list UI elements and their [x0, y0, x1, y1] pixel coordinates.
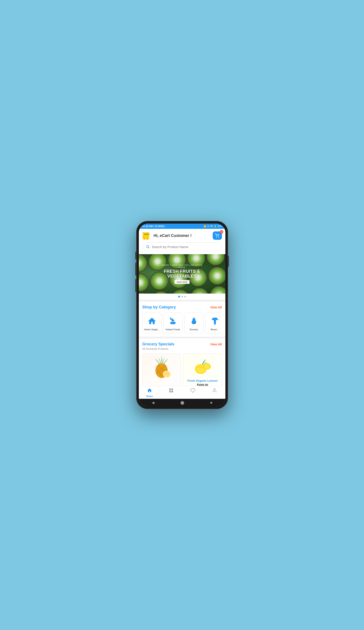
category-home-supplies[interactable]: Home Suppl... — [142, 312, 162, 333]
pineapple-image — [145, 356, 179, 378]
dot-1[interactable] — [178, 296, 180, 298]
category-beverages[interactable]: Bever... — [205, 312, 222, 333]
products-grid: Fresh Organic Lemon/ ₹499.00 − 1 + — [142, 354, 222, 386]
bottom-navigation: Home — [139, 386, 225, 399]
categories-nav-icon — [169, 388, 174, 394]
battery-icon: 🔋 — [214, 225, 216, 228]
svg-rect-26 — [171, 391, 173, 392]
main-content: ADOPT A NEW HEALTHY LIFE STYLE MORE FRES… — [139, 254, 225, 386]
svg-point-27 — [214, 388, 215, 390]
android-navigation: ◀ ⬤ ■ — [139, 399, 225, 406]
lemon-price: ₹499.00 — [197, 383, 208, 386]
pineapple-svg — [152, 355, 171, 379]
category-header: Shop by Category View All — [142, 305, 222, 310]
android-square[interactable]: ■ — [210, 401, 212, 405]
search-area — [139, 242, 225, 254]
nav-profile[interactable] — [204, 388, 225, 398]
battery-percent: 30% — [217, 225, 222, 228]
status-time: 11:42 AM | 12.5KB/s — [142, 225, 165, 228]
product-lemon: Fresh Organic Lemon/ ₹499.00 − 1 + — [183, 354, 222, 386]
svg-rect-25 — [169, 391, 171, 392]
promo-banner[interactable]: ADOPT A NEW HEALTHY LIFE STYLE MORE FRES… — [139, 254, 225, 294]
search-input[interactable] — [152, 245, 218, 249]
search-box[interactable] — [142, 242, 222, 251]
lemon-svg — [194, 358, 211, 376]
grocery-specials-title: Grocery Specials — [142, 342, 174, 346]
instant-foods-icon — [167, 316, 179, 327]
product-pineapple — [142, 354, 181, 386]
nav-categories[interactable] — [160, 388, 182, 398]
category-instant-foods[interactable]: Instant Foods — [163, 312, 183, 333]
vo-wifi-label: Vo — [207, 225, 210, 228]
app-header: eCART Hi, eCart Customer ! 10 — [139, 229, 225, 242]
svg-rect-0 — [143, 235, 149, 239]
category-section: Shop by Category View All Home Suppl... — [139, 302, 225, 337]
status-bar: 11:42 AM | 12.5KB/s 📶 Vo 📡 🔋 30% — [139, 224, 225, 229]
grocery-specials-subtitle: All Groceries Products — [142, 348, 222, 350]
beverages-icon — [209, 316, 221, 327]
home-nav-icon — [147, 388, 152, 394]
svg-point-4 — [216, 237, 217, 238]
svg-point-22 — [204, 364, 210, 369]
home-supplies-icon — [146, 316, 158, 327]
svg-rect-23 — [169, 388, 171, 390]
cart-badge: 10 — [220, 230, 223, 234]
svg-rect-24 — [171, 388, 173, 390]
banner-title: FRESH FRUITS &VEGETABLES — [160, 269, 204, 278]
logo-area: eCART Hi, eCart Customer ! — [142, 232, 192, 240]
category-title: Shop by Category — [142, 305, 176, 310]
grocery-label: Grocery — [190, 328, 198, 331]
signal-icon: 📶 — [204, 225, 206, 228]
beverages-label: Bever... — [211, 328, 219, 331]
android-home[interactable]: ⬤ — [180, 400, 184, 405]
banner-subtitle: ADOPT A NEW HEALTHY LIFE STYLE MORE — [160, 264, 204, 268]
category-grocery[interactable]: Grocery — [184, 312, 204, 333]
nav-home[interactable]: Home — [139, 388, 160, 398]
wifi-icon: 📡 — [210, 225, 213, 228]
greeting-text: Hi, eCart Customer ! — [154, 234, 192, 238]
profile-nav-icon — [212, 388, 217, 394]
search-icon — [146, 245, 150, 249]
nav-wishlist[interactable] — [182, 388, 204, 398]
banner-text: ADOPT A NEW HEALTHY LIFE STYLE MORE FRES… — [160, 264, 204, 284]
svg-point-5 — [218, 237, 219, 238]
home-supplies-label: Home Suppl... — [144, 328, 160, 331]
dot-3[interactable] — [184, 296, 186, 298]
grocery-specials-view-all[interactable]: View All — [210, 342, 222, 346]
svg-text:eCART: eCART — [144, 234, 149, 235]
lemon-image — [186, 356, 220, 378]
cart-icon — [215, 234, 220, 238]
dot-2[interactable] — [181, 296, 183, 298]
status-icons: 📶 Vo 📡 🔋 30% — [204, 225, 222, 228]
category-grid: Home Suppl... Instant Foods — [142, 312, 222, 333]
cart-button[interactable]: 10 — [213, 232, 222, 240]
grocery-specials-header: Grocery Specials View All — [142, 342, 222, 346]
shop-now-button[interactable]: SHOP NOW — [174, 280, 189, 284]
android-back[interactable]: ◀ — [152, 400, 154, 405]
lemon-name: Fresh Organic Lemon/ — [187, 379, 218, 382]
ecart-logo: eCART — [142, 232, 152, 240]
grocery-specials-section: Grocery Specials View All All Groceries … — [139, 338, 225, 386]
category-view-all[interactable]: View All — [210, 306, 222, 309]
grocery-icon — [188, 316, 200, 327]
instant-foods-label: Instant Foods — [165, 328, 180, 331]
home-nav-label: Home — [146, 395, 153, 398]
wishlist-nav-icon — [190, 388, 195, 394]
carousel-dots — [139, 294, 225, 300]
